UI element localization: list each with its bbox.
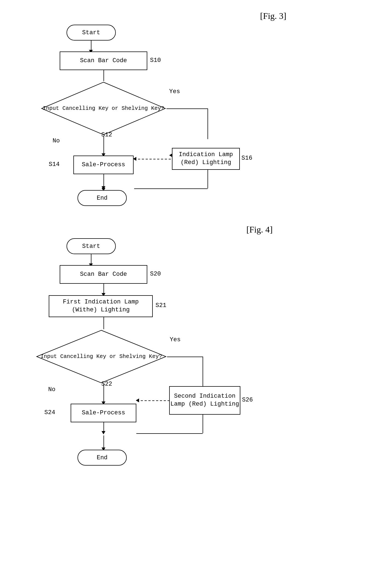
fig4-s24: S24 — [44, 409, 55, 416]
fig4-yes: Yes — [170, 336, 181, 343]
page: [Fig. 3] Start Scan Bar Code S10 Input C… — [0, 0, 386, 588]
fig4-diamond-text: Input Cancelling Key or Shelving Key? — [41, 353, 162, 360]
fig4-s26: S26 — [242, 397, 253, 403]
fig3-scan-barcode: Scan Bar Code — [60, 51, 147, 70]
dashed-arrow — [134, 159, 172, 159]
fig3-diamond-text: Input Cancelling Key or Shelving Key? — [43, 105, 164, 112]
fig3-s14: S14 — [49, 161, 60, 168]
arrow-lamp-h — [134, 188, 208, 189]
fig4-arrowhead-dashed — [136, 398, 139, 402]
arrowhead-dashed — [133, 157, 136, 161]
fig4-s21: S21 — [155, 302, 166, 309]
fig4-first-lamp: First Indication Lamp (Withe) Lighting — [49, 295, 153, 317]
fig3-s10: S10 — [150, 57, 161, 64]
fig4-no: No — [48, 386, 55, 393]
fig4-start: Start — [67, 238, 116, 254]
fig4-sale-down — [103, 422, 104, 433]
fig3-sale-process: Sale-Process — [73, 156, 134, 174]
fig3-yes: Yes — [169, 88, 180, 95]
fig3-end: End — [77, 190, 127, 206]
fig4-lamp-down — [203, 415, 203, 433]
fig4-arrow-yes-h — [167, 357, 203, 357]
fig4-dashed — [137, 400, 169, 401]
fig4-second-lamp: Second Indication Lamp (Red) Lighting — [169, 386, 240, 415]
fig3-diamond: Input Cancelling Key or Shelving Key? — [41, 81, 166, 136]
fig3-label: [Fig. 3] — [260, 11, 286, 21]
fig4-end: End — [77, 450, 127, 466]
fig4-lamp-h — [136, 433, 203, 434]
fig4-arrow-no-v — [103, 384, 104, 404]
arrow-lamp-down — [208, 170, 208, 188]
arrow-no-v — [103, 136, 104, 156]
fig3-s12: S12 — [101, 131, 112, 138]
arrow-yes-h — [166, 108, 208, 109]
fig4-sale-process: Sale-Process — [71, 404, 136, 422]
fig3-indication-lamp: Indication Lamp (Red) Lighting — [172, 148, 240, 170]
fig4-scan-barcode: Scan Bar Code — [60, 265, 147, 284]
fig3-s16: S16 — [241, 155, 252, 162]
arrow-yes-v — [208, 108, 208, 139]
fig4-diamond: Input Cancelling Key or Shelving Key? — [36, 329, 167, 384]
fig4-label: [Fig. 4] — [246, 225, 273, 235]
fig4-s20: S20 — [150, 271, 161, 277]
fig4-s22: S22 — [101, 381, 112, 388]
fig3-start: Start — [67, 25, 116, 41]
fig3-no: No — [53, 137, 60, 144]
